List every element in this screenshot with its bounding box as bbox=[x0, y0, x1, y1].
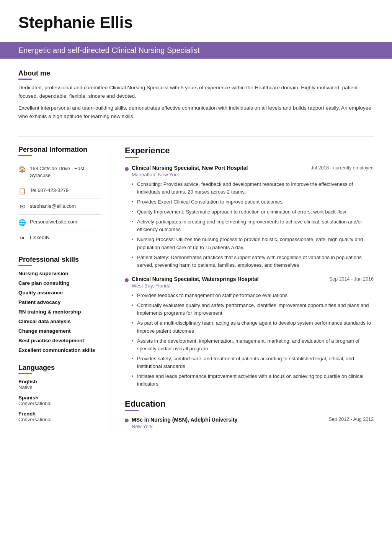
edu-entry-1-header: MSc in Nursing (MSN), Adelphi University… bbox=[132, 417, 374, 423]
skill-3: Quality assurance bbox=[18, 290, 101, 296]
pi-website: 🌐 Personalwebsite.com bbox=[18, 215, 101, 230]
exp-entry-2-location: West Bay, Florida bbox=[132, 283, 374, 289]
exp-entry-1-title: Clinical Nursing Specialist, New Port Ho… bbox=[132, 165, 248, 171]
lang-spanish-level: Conversational bbox=[18, 401, 101, 406]
skill-1: Nursing supervision bbox=[18, 271, 101, 276]
languages-title: Languages bbox=[18, 364, 101, 374]
skill-5: RN training & mentorship bbox=[18, 309, 101, 315]
phone-icon: 📋 bbox=[18, 187, 26, 195]
languages-section: Languages English Native Spanish Convers… bbox=[18, 364, 101, 422]
exp-1-bullet-4: Actively participates in creating and im… bbox=[132, 218, 374, 233]
exp-entry-2-header: Clinical Nursing Specialist, Waterspring… bbox=[132, 276, 374, 282]
two-col-layout: Personal Information 🏠 163 Cliffside Dri… bbox=[0, 136, 392, 433]
about-para-1: Dedicated, professional and committed Cl… bbox=[18, 84, 374, 100]
education-section: Education MSc in Nursing (MSN), Adelphi … bbox=[125, 399, 374, 429]
exp-2-bullet-4: Assists in the development, implementati… bbox=[132, 337, 374, 353]
candidate-name: Stephanie Ellis bbox=[18, 14, 374, 31]
lang-french-level: Conversational bbox=[18, 417, 101, 422]
exp-1-bullet-1: Consulting: Provides advice, feedback an… bbox=[132, 181, 374, 196]
linkedin-icon: in bbox=[18, 235, 26, 241]
exp-1-bullet-5: Nursing Process: Utilizes the nursing pr… bbox=[132, 236, 374, 251]
exp-1-bullet-3: Quality Improvement: Systematic approach… bbox=[132, 208, 374, 216]
about-title: About me bbox=[18, 69, 374, 80]
header-section: Stephanie Ellis bbox=[0, 0, 392, 39]
exp-entry-1: Clinical Nursing Specialist, New Port Ho… bbox=[125, 165, 374, 269]
skill-4: Patient advocacy bbox=[18, 299, 101, 305]
language-english: English Native bbox=[18, 379, 101, 390]
exp-2-bullet-5: Provides safety, comfort care, and treat… bbox=[132, 355, 374, 370]
exp-2-bullet-6: Initiates and leads performance improvem… bbox=[132, 373, 374, 388]
exp-entry-2: Clinical Nursing Specialist, Waterspring… bbox=[125, 276, 374, 388]
pi-email: ✉ stephanie@ellis.com bbox=[18, 199, 101, 215]
edu-entry-1: MSc in Nursing (MSN), Adelphi University… bbox=[125, 417, 374, 429]
lang-english-level: Native bbox=[18, 384, 101, 390]
about-para-2: Excellent interpersonal and team-buildin… bbox=[18, 104, 374, 120]
personal-info-section: Personal Information 🏠 163 Cliffside Dri… bbox=[18, 146, 101, 245]
exp-2-bullet-2: Continually evaluates quality and safety… bbox=[132, 302, 374, 317]
pi-address: 🏠 163 Cliffside Drive , East Syracuse bbox=[18, 161, 101, 183]
pi-linkedin-text: LinkedIN bbox=[30, 234, 49, 241]
pi-linkedin: in LinkedIN bbox=[18, 230, 101, 245]
subtitle-bar: Energetic and self-directed Clinical Nur… bbox=[0, 42, 392, 59]
pi-phone: 📋 Tel 607-423-3279 bbox=[18, 183, 101, 199]
experience-title: Experience bbox=[125, 146, 374, 158]
right-column: Experience Clinical Nursing Specialist, … bbox=[111, 146, 392, 433]
skill-6: Clinical data analysis bbox=[18, 319, 101, 324]
exp-entry-1-location: Manhattan, New York bbox=[132, 172, 374, 177]
exp-entry-2-bullets: Provides feedback to management on staff… bbox=[132, 292, 374, 388]
exp-2-bullet-3: As part of a multi-disciplinary team, ac… bbox=[132, 319, 374, 335]
exp-entry-2-dates: Sep 2014 - Jun 2016 bbox=[329, 276, 374, 282]
home-icon: 🏠 bbox=[18, 166, 26, 173]
pi-address-text: 163 Cliffside Drive , East Syracuse bbox=[30, 165, 101, 179]
exp-1-bullet-6: Patient Safety: Demonstrates practices t… bbox=[132, 254, 374, 269]
edu-entry-1-degree: MSc in Nursing (MSN), Adelphi University bbox=[132, 417, 237, 423]
skill-7: Change management bbox=[18, 328, 101, 334]
skill-9: Excellent communication skills bbox=[18, 347, 101, 353]
globe-icon: 🌐 bbox=[18, 219, 26, 226]
lang-english-name: English bbox=[18, 379, 101, 384]
about-text: Dedicated, professional and committed Cl… bbox=[18, 84, 374, 120]
personal-info-list: 🏠 163 Cliffside Drive , East Syracuse 📋 … bbox=[18, 161, 101, 245]
exp-entry-1-header: Clinical Nursing Specialist, New Port Ho… bbox=[132, 165, 374, 171]
left-column: Personal Information 🏠 163 Cliffside Dri… bbox=[0, 146, 111, 433]
exp-entry-1-bullets: Consulting: Provides advice, feedback an… bbox=[132, 181, 374, 269]
exp-entry-2-title: Clinical Nursing Specialist, Waterspring… bbox=[132, 276, 259, 282]
lang-spanish-name: Spanish bbox=[18, 395, 101, 401]
exp-1-bullet-2: Provides Expert Clinical Consultation to… bbox=[132, 198, 374, 206]
education-title: Education bbox=[125, 399, 374, 411]
skills-list: Nursing supervision Care plan consulting… bbox=[18, 271, 101, 353]
languages-list: English Native Spanish Conversational Fr… bbox=[18, 379, 101, 422]
lang-french-name: French bbox=[18, 411, 101, 417]
edu-entry-1-dates: Sep 2012 - Aug 2012 bbox=[329, 417, 374, 422]
language-french: French Conversational bbox=[18, 411, 101, 422]
exp-entry-1-dates: Jul 2016 - currently employed bbox=[311, 165, 374, 171]
pi-phone-text: Tel 607-423-3279 bbox=[30, 187, 69, 194]
about-section: About me Dedicated, professional and com… bbox=[0, 59, 392, 132]
experience-section: Experience Clinical Nursing Specialist, … bbox=[125, 146, 374, 388]
skills-title: Professional skills bbox=[18, 256, 101, 266]
personal-info-title: Personal Information bbox=[18, 146, 101, 156]
pi-email-text: stephanie@ellis.com bbox=[30, 203, 76, 210]
skills-section: Professional skills Nursing supervision … bbox=[18, 256, 101, 353]
email-icon: ✉ bbox=[18, 203, 26, 210]
exp-2-bullet-1: Provides feedback to management on staff… bbox=[132, 292, 374, 299]
pi-website-text: Personalwebsite.com bbox=[30, 218, 77, 225]
edu-entry-1-location: New York bbox=[132, 424, 374, 429]
skill-2: Care plan consulting bbox=[18, 280, 101, 286]
language-spanish: Spanish Conversational bbox=[18, 395, 101, 406]
skill-8: Best practise development bbox=[18, 338, 101, 343]
